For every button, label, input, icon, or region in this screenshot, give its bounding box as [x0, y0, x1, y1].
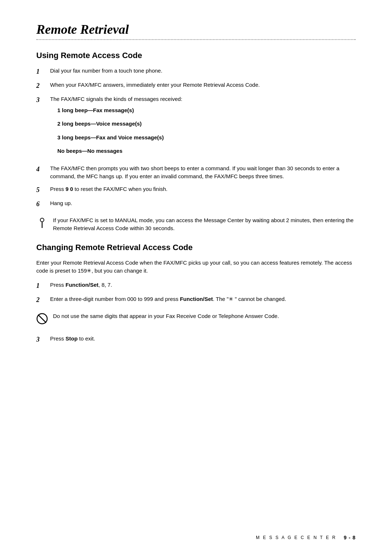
section1-steps: 1 Dial your fax number from a touch tone… — [36, 67, 356, 209]
beep-list: 1 long beep—Fax message(s) 2 long beeps—… — [57, 106, 356, 156]
step-content-4: The FAX/MFC then prompts you with two sh… — [50, 164, 356, 181]
step-content-3: The FAX/MFC signals the kinds of message… — [50, 95, 356, 160]
step1-bold: Function/Set — [66, 282, 99, 288]
page: Remote Retrieval Using Remote Access Cod… — [0, 0, 392, 555]
step-number-2: 2 — [36, 81, 47, 91]
step-content-1: Dial your fax number from a touch tone p… — [50, 67, 356, 75]
step-2: 2 When your FAX/MFC answers, immediately… — [36, 81, 356, 91]
step2-bold: Function/Set — [180, 296, 213, 302]
section1-note-text: If your FAX/MFC is set to MANUAL mode, y… — [53, 216, 356, 233]
step-number-3: 3 — [36, 95, 47, 105]
step-6: 6 Hang up. — [36, 199, 356, 209]
no-icon — [36, 313, 48, 325]
section2-warning: Do not use the same digits that appear i… — [36, 312, 356, 325]
section2-step-content-1: Press Function/Set, 8, 7. — [50, 281, 356, 289]
step-4: 4 The FAX/MFC then prompts you with two … — [36, 164, 356, 181]
step-content-2: When your FAX/MFC answers, immediately e… — [50, 81, 356, 89]
step-content-6: Hang up. — [50, 199, 356, 208]
footer-section-label: M E S S A G E C E N T E R — [256, 535, 336, 540]
section2-step-2: 2 Enter a three-digit number from 000 to… — [36, 295, 356, 305]
section2-steps: 1 Press Function/Set, 8, 7. 2 Enter a th… — [36, 281, 356, 305]
footer-page-number: 9 - 8 — [344, 535, 356, 540]
svg-line-4 — [38, 315, 46, 323]
section2-step-3: 3 Press Stop to exit. — [36, 335, 356, 344]
section2-steps-cont: 3 Press Stop to exit. — [36, 335, 356, 344]
section2-step-content-2: Enter a three-digit number from 000 to 9… — [50, 295, 356, 303]
section2-warning-text: Do not use the same digits that appear i… — [53, 312, 356, 321]
step-1: 1 Dial your fax number from a touch tone… — [36, 67, 356, 77]
section2-heading: Changing Remote Retrieval Access Code — [36, 243, 356, 252]
section2-step-number-2: 2 — [36, 295, 47, 305]
step-number-1: 1 — [36, 67, 47, 77]
page-title: Remote Retrieval — [36, 22, 356, 37]
section2-intro-before: Enter your Remote Retrieval Access Code … — [36, 260, 352, 274]
section2-step-number-3: 3 — [36, 335, 47, 344]
beep-item-3: 3 long beeps—Fax and Voice message(s) — [57, 133, 356, 142]
title-divider — [36, 39, 356, 40]
section1-note: If your FAX/MFC is set to MANUAL mode, y… — [36, 216, 356, 233]
step-3: 3 The FAX/MFC signals the kinds of messa… — [36, 95, 356, 160]
section2-intro-after: , but you can change it. — [91, 268, 148, 274]
info-icon — [36, 217, 48, 229]
beep-item-1: 1 long beep—Fax message(s) — [57, 106, 356, 115]
step-content-5: Press 9 0 to reset the FAX/MFC when you … — [50, 185, 356, 193]
section2-intro-star: ✳ — [87, 268, 91, 274]
section1-heading: Using Remote Access Code — [36, 51, 356, 60]
step3-bold: Stop — [66, 335, 78, 342]
step-5: 5 Press 9 0 to reset the FAX/MFC when yo… — [36, 185, 356, 195]
beep-item-2: 2 long beeps—Voice message(s) — [57, 119, 356, 128]
section2-intro: Enter your Remote Retrieval Access Code … — [36, 259, 356, 275]
beep-item-4: No beeps—No messages — [57, 146, 356, 156]
section2-step-content-3: Press Stop to exit. — [50, 335, 356, 343]
step5-bold: 9 0 — [66, 186, 73, 192]
section2-step-1: 1 Press Function/Set, 8, 7. — [36, 281, 356, 291]
step3-text: The FAX/MFC signals the kinds of message… — [50, 96, 182, 102]
footer: M E S S A G E C E N T E R 9 - 8 — [36, 535, 356, 540]
step-number-4: 4 — [36, 164, 47, 174]
svg-point-0 — [40, 218, 44, 222]
section2-step-number-1: 1 — [36, 281, 47, 291]
step-number-6: 6 — [36, 199, 47, 209]
step-number-5: 5 — [36, 185, 47, 195]
